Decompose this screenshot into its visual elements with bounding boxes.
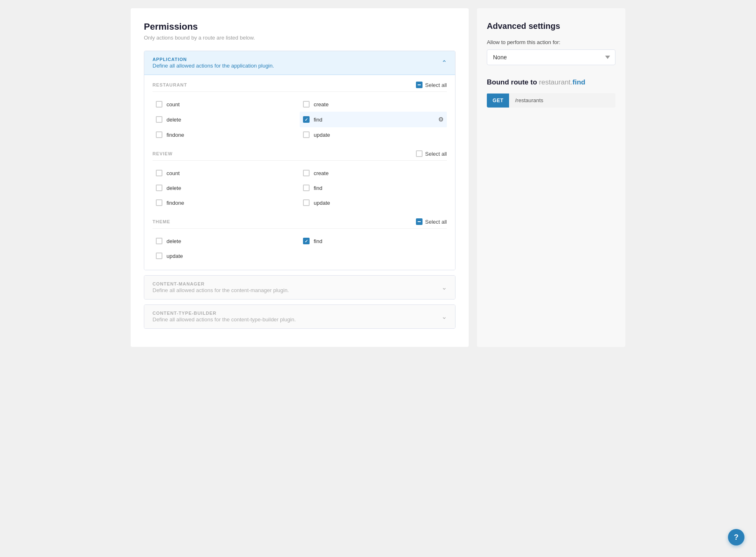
plugin-header-application[interactable]: APPLICATION Define all allowed actions f… xyxy=(144,51,455,75)
label-review-delete: delete xyxy=(167,185,296,191)
select-all-label-restaurant[interactable]: Select all xyxy=(425,82,447,88)
permissions-grid-review: count create delete find xyxy=(153,166,447,210)
permission-review-delete: delete xyxy=(153,180,300,195)
label-restaurant-count: count xyxy=(167,101,296,108)
permission-restaurant-update: update xyxy=(300,127,447,142)
plugin-header-left-ctb: CONTENT-TYPE-BUILDER Define all allowed … xyxy=(153,311,296,323)
left-panel: Permissions Only actions bound by a rout… xyxy=(131,8,469,347)
category-header-theme: THEME Select all xyxy=(153,218,447,229)
label-review-findone: findone xyxy=(167,200,296,206)
category-label-theme: THEME xyxy=(153,219,170,224)
plugin-section-application: APPLICATION Define all allowed actions f… xyxy=(144,51,455,270)
plugin-section-content-manager: CONTENT-MANAGER Define all allowed actio… xyxy=(144,275,455,300)
minus-icon xyxy=(418,84,421,85)
permission-review-create: create xyxy=(300,166,447,180)
label-theme-delete: delete xyxy=(167,238,296,244)
permission-restaurant-create: create xyxy=(300,97,447,112)
checkbox-theme-find[interactable] xyxy=(303,238,310,244)
category-label-restaurant: RESTAURANT xyxy=(153,82,187,87)
chevron-down-icon-ctb: ⌄ xyxy=(441,313,447,321)
plugin-label-application: APPLICATION xyxy=(153,57,274,62)
category-header-review: REVIEW Select all xyxy=(153,150,447,161)
select-all-label-theme[interactable]: Select all xyxy=(425,219,447,225)
page-title: Permissions xyxy=(144,21,455,32)
bound-route-section: Bound route to restaurant.find GET /rest… xyxy=(487,78,615,108)
checkbox-review-findone[interactable] xyxy=(156,199,162,206)
category-theme: THEME Select all delete xyxy=(153,218,447,263)
advanced-settings-title: Advanced settings xyxy=(487,21,615,31)
right-panel: Advanced settings Allow to perform this … xyxy=(477,8,625,347)
checkbox-restaurant-findone[interactable] xyxy=(156,131,162,138)
permission-review-count: count xyxy=(153,166,300,180)
label-restaurant-findone: findone xyxy=(167,132,296,138)
bound-route-action: find xyxy=(573,78,585,86)
label-review-update: update xyxy=(314,200,444,206)
plugin-header-left: APPLICATION Define all allowed actions f… xyxy=(153,57,274,69)
select-all-restaurant[interactable]: Select all xyxy=(416,82,447,88)
permission-theme-find: find xyxy=(300,234,447,248)
plugin-label-content-type-builder: CONTENT-TYPE-BUILDER xyxy=(153,311,296,316)
category-review: REVIEW Select all count cr xyxy=(153,150,447,210)
label-theme-find: find xyxy=(314,238,444,244)
permissions-grid-restaurant: count create delete xyxy=(153,97,447,142)
bound-route-title: Bound route to restaurant.find xyxy=(487,78,615,87)
route-method: GET xyxy=(487,94,509,108)
label-restaurant-delete: delete xyxy=(167,117,296,123)
allow-dropdown[interactable]: None Authenticated Public xyxy=(487,49,615,65)
permission-review-update: update xyxy=(300,195,447,210)
chevron-up-icon: ⌃ xyxy=(441,59,447,67)
checkbox-review-update[interactable] xyxy=(303,199,310,206)
select-all-checkbox-restaurant[interactable] xyxy=(416,82,423,88)
gear-icon[interactable]: ⚙ xyxy=(438,116,444,123)
checkbox-theme-update[interactable] xyxy=(156,253,162,259)
select-all-checkbox-review[interactable] xyxy=(416,150,423,157)
select-all-checkbox-theme[interactable] xyxy=(416,218,423,225)
label-restaurant-create: create xyxy=(314,101,444,108)
select-all-label-review[interactable]: Select all xyxy=(425,151,447,157)
checkbox-restaurant-count[interactable] xyxy=(156,101,162,108)
plugin-body-application: RESTAURANT Select all count xyxy=(144,75,455,270)
select-all-review[interactable]: Select all xyxy=(416,150,447,157)
bound-route-prefix: Bound route to xyxy=(487,78,539,86)
chevron-down-icon-cm: ⌄ xyxy=(441,283,447,291)
plugin-desc-content-type-builder: Define all allowed actions for the conte… xyxy=(153,316,296,323)
plugin-header-content-manager[interactable]: CONTENT-MANAGER Define all allowed actio… xyxy=(144,276,455,299)
checkbox-review-create[interactable] xyxy=(303,170,310,176)
label-review-find: find xyxy=(314,185,444,191)
permission-restaurant-find: find ⚙ xyxy=(300,112,447,127)
checkbox-restaurant-create[interactable] xyxy=(303,101,310,108)
select-all-theme[interactable]: Select all xyxy=(416,218,447,225)
minus-icon-theme xyxy=(418,221,421,222)
route-path: /restaurants xyxy=(509,93,549,108)
page-container: Permissions Only actions bound by a rout… xyxy=(131,8,625,347)
category-restaurant: RESTAURANT Select all count xyxy=(153,82,447,142)
plugin-desc-content-manager: Define all allowed actions for the conte… xyxy=(153,287,289,293)
permission-theme-update: update xyxy=(153,248,300,263)
permission-review-find: find xyxy=(300,180,447,195)
route-display: GET /restaurants xyxy=(487,93,615,108)
bound-route-plugin: restaurant. xyxy=(539,78,573,86)
page-subtitle: Only actions bound by a route are listed… xyxy=(144,35,455,41)
label-restaurant-update: update xyxy=(314,132,444,138)
plugin-section-content-type-builder: CONTENT-TYPE-BUILDER Define all allowed … xyxy=(144,304,455,329)
permission-theme-delete: delete xyxy=(153,234,300,248)
checkbox-theme-delete[interactable] xyxy=(156,238,162,244)
label-review-count: count xyxy=(167,170,296,176)
checkbox-review-count[interactable] xyxy=(156,170,162,176)
checkbox-restaurant-delete[interactable] xyxy=(156,116,162,123)
label-theme-update: update xyxy=(167,253,296,259)
label-restaurant-find: find xyxy=(314,117,434,123)
permission-restaurant-delete: delete xyxy=(153,112,300,127)
label-review-create: create xyxy=(314,170,444,176)
checkbox-review-find[interactable] xyxy=(303,185,310,191)
permission-restaurant-findone: findone xyxy=(153,127,300,142)
plugin-header-left-cm: CONTENT-MANAGER Define all allowed actio… xyxy=(153,281,289,293)
category-label-review: REVIEW xyxy=(153,151,173,156)
allow-label: Allow to perform this action for: xyxy=(487,39,615,45)
checkbox-restaurant-update[interactable] xyxy=(303,131,310,138)
checkbox-review-delete[interactable] xyxy=(156,185,162,191)
help-button[interactable]: ? xyxy=(728,529,744,545)
plugin-header-content-type-builder[interactable]: CONTENT-TYPE-BUILDER Define all allowed … xyxy=(144,305,455,328)
checkbox-restaurant-find[interactable] xyxy=(303,116,310,123)
permission-review-findone: findone xyxy=(153,195,300,210)
